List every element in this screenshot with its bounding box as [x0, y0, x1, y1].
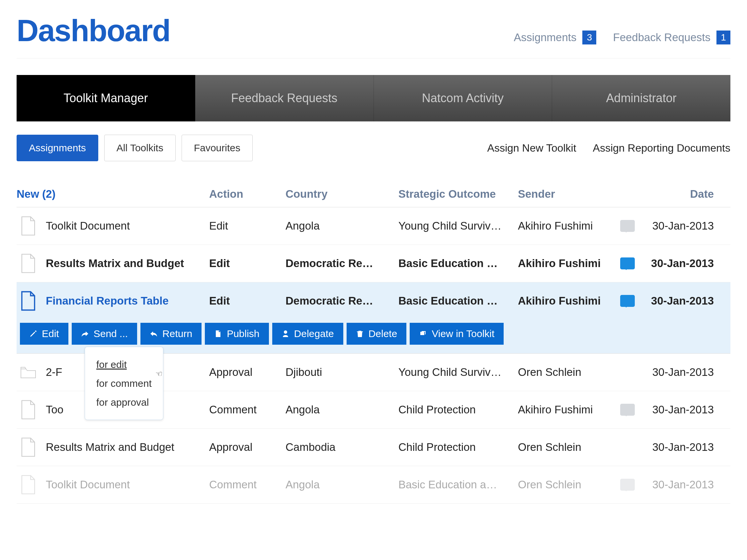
send-label: Send ...: [94, 328, 128, 339]
cursor-icon: ☜: [155, 366, 163, 381]
main-tabs: Toolkit Manager Feedback Requests Natcom…: [17, 75, 730, 122]
return-button[interactable]: Return: [140, 323, 202, 345]
send-for-comment[interactable]: for comment: [96, 374, 152, 393]
row-action: Approval: [209, 366, 285, 378]
folder-icon: [20, 362, 36, 382]
row-outcome: Basic Education …: [398, 257, 518, 270]
tab-natcom-activity[interactable]: Natcom Activity: [374, 75, 552, 122]
publish-button[interactable]: Publish: [205, 323, 268, 345]
row-action: Approval: [209, 441, 285, 454]
file-icon: [214, 330, 222, 338]
tab-administrator[interactable]: Administrator: [552, 75, 730, 122]
comment-icon[interactable]: [620, 295, 635, 307]
document-icon: [20, 291, 36, 311]
document-icon: [20, 216, 36, 236]
assignments-table: New (2) Action Country Strategic Outcome…: [17, 181, 730, 504]
row-name: Toolkit Document: [46, 478, 130, 491]
row-country: Democratic Re…: [285, 295, 398, 307]
feedback-badge-group[interactable]: Feedback Requests 1: [613, 30, 730, 45]
row-date: 30-Jan-2013: [644, 441, 717, 454]
row-outcome: Basic Education …: [398, 295, 518, 307]
comment-icon[interactable]: [620, 258, 635, 269]
trash-icon: [356, 330, 364, 338]
row-date: 30-Jan-2013: [644, 220, 717, 232]
assign-reporting-docs-link[interactable]: Assign Reporting Documents: [593, 142, 730, 154]
row-outcome: Child Protection: [398, 403, 518, 416]
row-sender: Oren Schlein: [518, 478, 611, 491]
row-country: Angola: [285, 220, 398, 232]
subtab-favourites[interactable]: Favourites: [182, 135, 253, 161]
view-icon: [419, 330, 427, 338]
column-header-action[interactable]: Action: [209, 188, 285, 201]
delegate-label: Delegate: [294, 328, 334, 339]
row-country: Angola: [285, 478, 398, 491]
row-outcome: Young Child Surviv…: [398, 366, 518, 378]
row-sender: Oren Schlein: [518, 441, 611, 454]
row-outcome: Young Child Surviv…: [398, 220, 518, 232]
feedback-count-badge: 1: [717, 30, 730, 45]
document-icon: [20, 400, 36, 420]
assignments-label: Assignments: [514, 31, 577, 44]
row-sender: Akihiro Fushimi: [518, 257, 611, 270]
row-action: Comment: [209, 478, 285, 491]
row-date: 30-Jan-2013: [644, 478, 717, 491]
user-icon: [282, 330, 289, 338]
assignments-badge-group[interactable]: Assignments 3: [514, 30, 597, 45]
row-sender: Oren Schlein: [518, 366, 611, 378]
row-name: Results Matrix and Budget: [46, 441, 174, 454]
publish-label: Publish: [227, 328, 259, 339]
tab-feedback-requests[interactable]: Feedback Requests: [195, 75, 374, 122]
send-for-approval[interactable]: for approval: [96, 393, 152, 412]
column-header-sender[interactable]: Sender: [518, 188, 611, 201]
row-date: 30-Jan-2013: [644, 366, 717, 378]
row-name: Financial Reports Table: [46, 295, 169, 307]
row-date: 30-Jan-2013: [644, 403, 717, 416]
table-row[interactable]: Results Matrix and Budget Edit Democrati…: [17, 245, 730, 282]
row-country: Djibouti: [285, 366, 398, 378]
send-button[interactable]: Send ...: [72, 323, 137, 345]
column-header-new[interactable]: New (2): [17, 188, 209, 201]
edit-button[interactable]: Edit: [20, 323, 69, 345]
document-icon: [20, 254, 36, 273]
subtab-all-toolkits[interactable]: All Toolkits: [104, 135, 176, 161]
subtab-assignments[interactable]: Assignments: [17, 135, 98, 161]
view-label: View in Toolkit: [432, 328, 494, 339]
send-for-edit[interactable]: for edit ☜: [96, 355, 152, 374]
delete-button[interactable]: Delete: [346, 323, 407, 345]
row-action: Edit: [209, 257, 285, 270]
column-header-outcome[interactable]: Strategic Outcome: [398, 188, 518, 201]
send-dropdown: for edit ☜ for comment for approval: [85, 347, 163, 420]
return-label: Return: [162, 328, 192, 339]
row-sender: Akihiro Fushimi: [518, 220, 611, 232]
row-date: 30-Jan-2013: [644, 295, 717, 307]
comment-icon[interactable]: [620, 220, 635, 232]
delegate-button[interactable]: Delegate: [272, 323, 343, 345]
table-row-selected[interactable]: Financial Reports Table Edit Democratic …: [17, 282, 730, 319]
row-actions-toolbar: Edit Send ... Return Publish Delegate De…: [17, 319, 730, 354]
table-row[interactable]: Results Matrix and Budget Approval Cambo…: [17, 429, 730, 466]
view-in-toolkit-button[interactable]: View in Toolkit: [410, 323, 504, 345]
comment-icon[interactable]: [620, 479, 635, 491]
document-icon: [20, 437, 36, 457]
pencil-icon: [29, 330, 37, 338]
column-header-country[interactable]: Country: [285, 188, 398, 201]
comment-icon[interactable]: [620, 404, 635, 416]
row-name: 2-F: [46, 366, 62, 378]
row-country: Angola: [285, 403, 398, 416]
feedback-label: Feedback Requests: [613, 31, 711, 44]
assignments-count-badge: 3: [582, 30, 596, 45]
column-header-date[interactable]: Date: [644, 188, 717, 201]
row-outcome: Basic Education a…: [398, 478, 518, 491]
row-action: Edit: [209, 295, 285, 307]
row-sender: Akihiro Fushimi: [518, 403, 611, 416]
row-name: Results Matrix and Budget: [46, 257, 184, 270]
table-row[interactable]: Toolkit Document Edit Angola Young Child…: [17, 207, 730, 245]
tab-toolkit-manager[interactable]: Toolkit Manager: [17, 75, 195, 122]
row-action: Comment: [209, 403, 285, 416]
assign-new-toolkit-link[interactable]: Assign New Toolkit: [487, 142, 576, 154]
row-sender: Akihiro Fushimi: [518, 295, 611, 307]
page-title: Dashboard: [17, 13, 170, 48]
back-icon: [150, 330, 158, 338]
row-action: Edit: [209, 220, 285, 232]
table-row[interactable]: Toolkit Document Comment Angola Basic Ed…: [17, 466, 730, 504]
